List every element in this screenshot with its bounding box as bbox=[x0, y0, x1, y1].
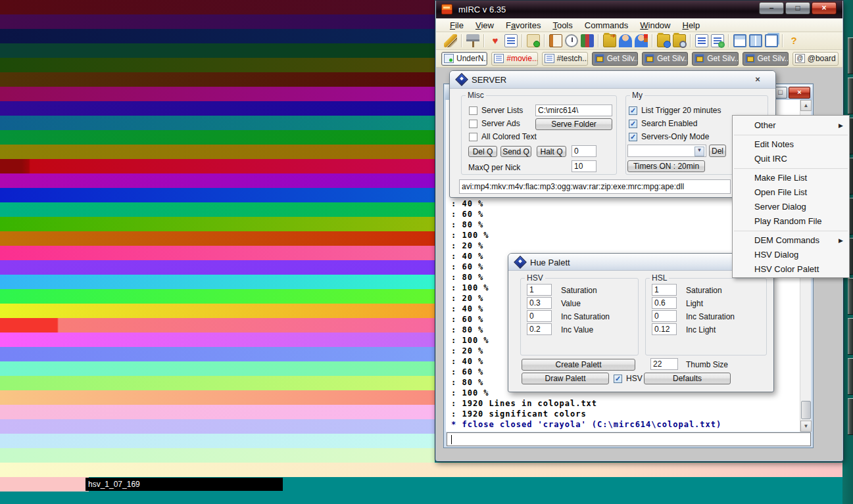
menu-view[interactable]: View bbox=[470, 20, 500, 30]
serve-folder-button[interactable]: Serve Folder bbox=[535, 118, 612, 130]
server-lists-checkbox[interactable]: Server Lists bbox=[469, 106, 523, 115]
del-button[interactable]: Del bbox=[709, 145, 726, 157]
checkbox-checked-icon[interactable]: ✓ bbox=[629, 120, 637, 128]
palette-row[interactable] bbox=[0, 159, 435, 173]
checkbox-icon[interactable] bbox=[469, 106, 477, 115]
checkbox-checked-icon[interactable]: ✓ bbox=[629, 106, 637, 115]
menu-item-other[interactable]: Other▶ bbox=[733, 118, 849, 133]
favorites-icon[interactable]: ♥ bbox=[489, 34, 502, 47]
palette-row[interactable] bbox=[0, 275, 435, 289]
title-bar[interactable]: mIRC v 6.35 – □ × bbox=[436, 1, 842, 18]
q-count-input[interactable] bbox=[572, 145, 597, 157]
hsv-value-input[interactable] bbox=[527, 297, 552, 309]
menu-item-dem-commands[interactable]: DEM Commands▶ bbox=[733, 233, 849, 248]
all-colored-text-checkbox[interactable]: All Colored Text bbox=[469, 132, 537, 141]
options-icon[interactable] bbox=[466, 34, 479, 47]
create-palett-button[interactable]: Create Palett bbox=[522, 359, 635, 371]
minimize-button[interactable]: – bbox=[759, 2, 784, 14]
checkbox-icon[interactable] bbox=[469, 120, 477, 128]
palette-row[interactable] bbox=[0, 14, 435, 29]
thumb-size-input[interactable] bbox=[650, 358, 678, 370]
maxq-input[interactable] bbox=[572, 160, 597, 172]
hsv-inc-value-input[interactable] bbox=[527, 323, 552, 335]
list-trigger-checkbox[interactable]: ✓ List Trigger 20 minutes bbox=[629, 106, 721, 115]
menu-item-make-file-list[interactable]: Make File List bbox=[733, 171, 849, 185]
help-books-icon[interactable] bbox=[581, 34, 594, 47]
hsv-inc-saturation-input[interactable] bbox=[527, 310, 552, 322]
server-ads-checkbox[interactable]: Server Ads bbox=[469, 119, 520, 128]
scroll-up-icon[interactable]: ▲ bbox=[800, 100, 812, 111]
menu-item-hsv-dialog[interactable]: HSV Dialog bbox=[733, 248, 849, 262]
cascade-icon[interactable] bbox=[765, 34, 778, 47]
hsl-light-input[interactable] bbox=[652, 297, 677, 309]
channel-close-button[interactable]: × bbox=[789, 87, 810, 99]
scroll-thumb[interactable] bbox=[801, 401, 811, 419]
palette-row[interactable] bbox=[0, 347, 435, 361]
serve-folder-input[interactable] bbox=[535, 104, 612, 116]
server-dialog-title-bar[interactable]: SERVER × bbox=[450, 71, 775, 89]
switchbar-button--board[interactable]: @@board bbox=[792, 52, 839, 66]
menu-item-edit-notes[interactable]: Edit Notes bbox=[733, 137, 849, 152]
halt-q-button[interactable]: Halt Q bbox=[537, 146, 566, 157]
palette-row[interactable] bbox=[0, 130, 435, 145]
server-dialog-close-icon[interactable]: × bbox=[748, 74, 768, 85]
palette-row[interactable] bbox=[0, 29, 435, 43]
palette-row[interactable] bbox=[0, 332, 435, 347]
menu-favorites[interactable]: Favorites bbox=[500, 20, 547, 30]
menu-tools[interactable]: Tools bbox=[547, 20, 578, 30]
channel-list-icon[interactable] bbox=[504, 34, 518, 47]
palette-row[interactable] bbox=[0, 405, 435, 419]
tile-vertical-icon[interactable] bbox=[749, 34, 762, 47]
menu-file[interactable]: File bbox=[444, 20, 470, 30]
menu-help[interactable]: Help bbox=[676, 20, 706, 30]
tile-horizontal-icon[interactable] bbox=[733, 34, 746, 47]
palette-row[interactable] bbox=[0, 173, 435, 188]
notes-icon[interactable] bbox=[695, 34, 708, 47]
palette-row[interactable] bbox=[0, 390, 435, 405]
palette-row[interactable] bbox=[0, 145, 435, 159]
switchbar-button-undern-[interactable]: UnderN... bbox=[441, 52, 487, 66]
menu-item-play-random-file[interactable]: Play Random File bbox=[733, 214, 849, 229]
help-icon[interactable]: ? bbox=[787, 34, 800, 47]
switchbar-button-get-silv-[interactable]: Get Silv... bbox=[642, 52, 688, 66]
checkbox-icon[interactable] bbox=[469, 133, 477, 141]
draw-palett-button[interactable]: Draw Palett bbox=[522, 373, 609, 384]
folder-search-icon[interactable] bbox=[673, 34, 686, 47]
extensions-input[interactable] bbox=[459, 179, 731, 194]
palette-row[interactable] bbox=[0, 419, 435, 434]
palette-row[interactable] bbox=[0, 202, 435, 217]
palette-row[interactable] bbox=[0, 361, 435, 376]
search-enabled-checkbox[interactable]: ✓ Search Enabled bbox=[629, 119, 697, 128]
palette-row[interactable] bbox=[0, 260, 435, 275]
del-q-button[interactable]: Del Q bbox=[468, 146, 497, 157]
palette-row[interactable] bbox=[0, 318, 435, 332]
timer-icon[interactable] bbox=[565, 34, 578, 47]
hsv-checkbox[interactable]: ✓ HSV bbox=[614, 374, 643, 383]
servers-only-checkbox[interactable]: ✓ Servers-Only Mode bbox=[629, 132, 709, 141]
timers-button[interactable]: Timers ON : 20min bbox=[627, 160, 705, 172]
menu-item-server-dialog[interactable]: Server Dialog bbox=[733, 200, 849, 214]
palette-row[interactable] bbox=[0, 43, 435, 58]
checkbox-checked-icon[interactable]: ✓ bbox=[629, 133, 637, 141]
defaults-button[interactable]: Defaults bbox=[644, 373, 731, 384]
send-q-button[interactable]: Send Q bbox=[500, 146, 531, 157]
palette-row[interactable] bbox=[0, 246, 435, 260]
menu-item-open-file-list[interactable]: Open File List bbox=[733, 185, 849, 200]
switchbar-button-get-silv-[interactable]: Get Silv... bbox=[692, 52, 738, 66]
script-editor-icon[interactable] bbox=[527, 34, 540, 47]
palette-row[interactable] bbox=[0, 188, 435, 202]
palette-row[interactable] bbox=[0, 87, 435, 101]
palette-row[interactable] bbox=[0, 217, 435, 231]
channel-input-line[interactable] bbox=[447, 432, 811, 446]
hsv-saturation-input[interactable] bbox=[527, 284, 552, 296]
menu-commands[interactable]: Commands bbox=[579, 20, 634, 30]
switchbar-button-get-silv-[interactable]: Get Silv... bbox=[743, 52, 789, 66]
menu-window[interactable]: Window bbox=[634, 20, 676, 30]
menu-item-quit-irc[interactable]: Quit IRC bbox=[733, 152, 849, 166]
palette-row[interactable] bbox=[0, 0, 435, 14]
checkbox-checked-icon[interactable]: ✓ bbox=[614, 375, 622, 383]
hsl-inc-light-input[interactable] bbox=[652, 323, 677, 335]
switchbar-button--testch-[interactable]: #testch... bbox=[542, 52, 588, 66]
menu-item-hsv-color-palett[interactable]: HSV Color Palett bbox=[733, 262, 849, 277]
dcc-send-icon[interactable] bbox=[603, 34, 616, 47]
